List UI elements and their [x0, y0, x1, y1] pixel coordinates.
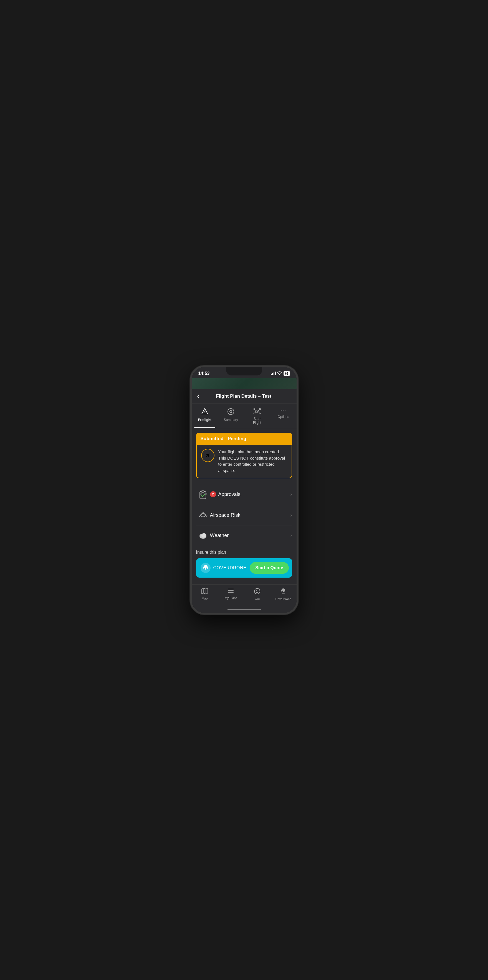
tab-start-flight[interactable]: StartFlight [244, 406, 271, 428]
tabs-bar: ! Preflight Summary [192, 404, 296, 428]
approvals-content: Approvals [218, 492, 290, 497]
svg-point-33 [258, 590, 258, 591]
battery-indicator: 68 [284, 371, 290, 376]
weather-content: Weather [210, 533, 290, 538]
approvals-chevron: › [290, 492, 292, 497]
svg-point-4 [231, 411, 232, 412]
list-icon [228, 588, 234, 595]
tab-preflight[interactable]: ! Preflight [192, 406, 218, 428]
svg-rect-15 [200, 492, 206, 499]
phone-screen: 14:53 68 ‹ [192, 367, 296, 613]
dots-icon: ··· [280, 408, 286, 414]
phone-frame: 14:53 68 ‹ [190, 366, 298, 615]
eye-icon [227, 408, 234, 417]
bottom-tab-my-plans[interactable]: My Plans [218, 587, 244, 602]
home-indicator [228, 609, 261, 610]
svg-point-12 [259, 408, 260, 410]
airplane-icon: ✈ [203, 451, 212, 460]
airspace-risk-label: Airspace Risk [210, 512, 241, 518]
weather-icon [196, 530, 210, 540]
status-icons: 68 [271, 371, 290, 376]
weather-chevron: › [290, 533, 292, 538]
smiley-icon [254, 588, 260, 596]
map-icon [201, 588, 208, 596]
svg-text:!: ! [204, 410, 205, 414]
tab-options[interactable]: ··· Options [270, 406, 296, 428]
coverdrone-brand: COVERDRONE [213, 565, 247, 570]
svg-point-31 [254, 589, 260, 594]
home-indicator-bar [192, 607, 296, 613]
signal-icon [271, 372, 276, 375]
map-preview [192, 378, 296, 389]
svg-point-6 [257, 411, 258, 412]
bottom-nav-bar: Map My Plans [192, 584, 296, 607]
bottom-tab-coverdrone-label: Coverdrone [276, 597, 291, 601]
approvals-icon [196, 489, 210, 500]
tab-preflight-label: Preflight [198, 418, 211, 422]
bottom-tab-my-plans-label: My Plans [225, 596, 237, 600]
coverdrone-logo-icon [201, 563, 211, 573]
airspace-risk-chevron: › [290, 512, 292, 518]
svg-point-13 [254, 413, 255, 414]
notch [226, 367, 262, 375]
svg-point-17 [200, 493, 202, 494]
svg-point-11 [254, 408, 255, 410]
approvals-badge: 2 [210, 491, 216, 497]
weather-row[interactable]: Weather › [196, 525, 292, 546]
coverdrone-left: COVERDRONE [201, 563, 247, 573]
insure-section: Insure this plan COVERDRONE Start a Quot… [196, 546, 292, 580]
svg-point-32 [256, 590, 257, 591]
coverdrone-banner: COVERDRONE Start a Quote [196, 558, 292, 578]
preflight-list: 2 Approvals › [196, 484, 292, 546]
tab-summary-label: Summary [224, 418, 238, 422]
bottom-tab-you-label: You [254, 597, 260, 601]
start-quote-button[interactable]: Start a Quote [250, 562, 288, 574]
status-detail-card: ✈ Your flight plan has been created. Thi… [196, 445, 292, 478]
nav-header: ‹ Flight Plan Details – Test [192, 389, 296, 404]
status-banner-container: Submitted - Pending ✈ Your flight plan h… [196, 433, 292, 478]
tab-start-flight-label: StartFlight [253, 417, 261, 425]
status-body-text: Your flight plan has been created. This … [218, 449, 287, 474]
bottom-tab-map-label: Map [202, 597, 208, 600]
page-title: Flight Plan Details – Test [203, 393, 285, 399]
status-time: 14:53 [198, 371, 210, 376]
drone-icon [253, 408, 261, 416]
svg-point-34 [282, 593, 285, 594]
airspace-risk-content: Airspace Risk [210, 512, 290, 518]
bottom-tab-you[interactable]: You [244, 587, 271, 602]
bottom-tab-map[interactable]: Map [192, 587, 218, 602]
weather-label: Weather [210, 533, 229, 538]
tab-options-label: Options [278, 415, 289, 419]
tab-summary[interactable]: Summary [218, 406, 244, 428]
coverdrone-swirl-icon [280, 588, 287, 596]
svg-point-14 [259, 413, 260, 414]
approvals-row[interactable]: 2 Approvals › [196, 484, 292, 505]
airspace-risk-row[interactable]: Airspace Risk › [196, 505, 292, 525]
plane-circle-icon: ✈ [201, 449, 214, 462]
wifi-icon [277, 371, 282, 376]
status-banner-title: Submitted - Pending [201, 436, 246, 441]
insure-title: Insure this plan [196, 550, 292, 555]
warning-icon: ! [201, 408, 208, 417]
main-content: Submitted - Pending ✈ Your flight plan h… [192, 428, 296, 584]
back-button[interactable]: ‹ [197, 393, 199, 400]
svg-point-25 [201, 533, 206, 538]
approvals-label: Approvals [218, 492, 241, 497]
svg-rect-16 [201, 491, 204, 492]
status-banner: Submitted - Pending [196, 433, 292, 445]
coverdrone-prefix: COVER [213, 565, 230, 570]
tab-active-indicator [194, 427, 215, 428]
bottom-tab-coverdrone[interactable]: Coverdrone [270, 587, 296, 602]
airspace-risk-icon [196, 510, 210, 520]
coverdrone-suffix: DRONE [230, 565, 246, 570]
